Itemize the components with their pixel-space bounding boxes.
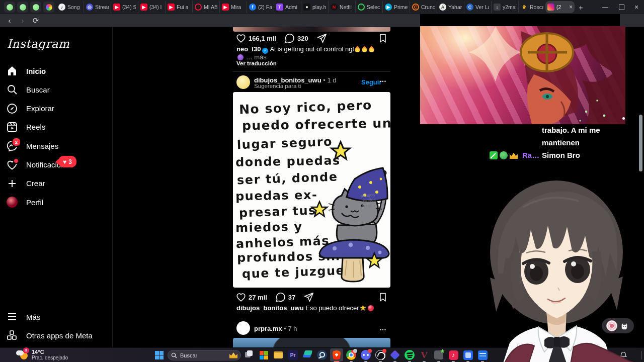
browser-tab[interactable]: ▶Prime [382, 1, 410, 13]
browser-tab[interactable]: ◎Stream [84, 1, 111, 13]
taskbar-icon-obs[interactable] [374, 348, 387, 361]
search-highlight-icon[interactable] [229, 352, 237, 358]
share-icon[interactable] [303, 292, 314, 303]
follow-button[interactable]: Seguir [361, 78, 381, 86]
comment-icon[interactable] [275, 292, 286, 303]
flower-sticker-icon[interactable] [606, 320, 617, 331]
sidebar-item-crear[interactable]: Crear [6, 177, 45, 190]
taskbar-icon-premiere[interactable]: Pr [286, 348, 299, 361]
meta-apps-icon [6, 329, 18, 341]
bookmark-save-icon[interactable] [378, 292, 388, 302]
sidebar-item-reels[interactable]: Reels [6, 121, 45, 134]
like-icon[interactable] [235, 33, 247, 44]
taskbar-weather-widget[interactable]: 3 14°C Prac. despejado [16, 349, 68, 360]
tab-favicon-glyph: ▶ [224, 5, 227, 10]
taskbar-search[interactable]: Buscar [168, 350, 241, 360]
chat-username[interactable]: Ra… [522, 151, 539, 159]
post-username-row[interactable]: prpra.mx • 7 h [254, 325, 297, 332]
pinned-tab[interactable] [30, 2, 41, 13]
sidebar-item-meta[interactable]: Otras apps de Meta [6, 329, 93, 342]
maximize-button[interactable] [613, 0, 630, 14]
browser-tab[interactable]: ▶(34) I [138, 1, 165, 13]
sidebar-item-explorar[interactable]: Explorar [6, 102, 54, 115]
browser-tab[interactable]: AYahar [437, 1, 464, 13]
more-button[interactable]: … más [246, 53, 267, 61]
browser-tab[interactable]: ♪Song [56, 1, 84, 13]
instagram-logo[interactable]: Instagram [7, 37, 69, 50]
taskbar-icon-bluestacks[interactable] [301, 348, 314, 361]
tab-title: Prime [394, 4, 408, 10]
post-menu-button[interactable]: … [379, 324, 387, 332]
minimize-button[interactable]: — [597, 0, 614, 14]
share-icon[interactable] [316, 33, 328, 44]
like-icon[interactable] [235, 292, 247, 303]
sidebar-item-buscar[interactable]: Buscar [6, 83, 50, 96]
taskbar-icon-steam[interactable] [315, 348, 329, 361]
sidebar-item-inicio[interactable]: Inicio [6, 64, 46, 77]
close-tab-icon[interactable]: × [569, 4, 573, 11]
pinned-tab[interactable] [4, 2, 15, 13]
post-username[interactable]: dibujos_bonitos_uwu [236, 304, 304, 312]
browser-tab[interactable]: TAdmi [274, 1, 301, 13]
tab-title: Fui a [177, 4, 188, 10]
browser-tab[interactable]: ●play.h [301, 1, 328, 13]
browser-tab[interactable]: CCrunc [410, 1, 437, 13]
taskbar-icon-diamond[interactable] [388, 348, 401, 361]
pip-resize-handle[interactable] [622, 117, 625, 120]
browser-tab[interactable]: NNetfli [328, 1, 355, 13]
like-count[interactable]: 27 mil [249, 294, 267, 301]
scrollbar-thumb[interactable] [639, 115, 642, 171]
taskbar-icon-discord[interactable] [359, 348, 372, 361]
browser-tab[interactable]: f(2) Fa [247, 1, 274, 13]
taskbar-icon-spotify[interactable] [403, 348, 416, 361]
sidebar-item-mensajes[interactable]: 2Mensajes [6, 139, 58, 152]
comment-count[interactable]: 320 [297, 35, 308, 42]
tab-favicon-glyph: ▶ [387, 5, 390, 10]
pinned-tab[interactable] [17, 2, 28, 13]
post-username[interactable]: neo_l30 [236, 45, 261, 53]
post-image-partial[interactable] [233, 338, 390, 347]
close-window-button[interactable]: × [628, 0, 644, 14]
back-button[interactable]: ‹ [3, 16, 16, 25]
bookmark-save-icon[interactable] [378, 33, 388, 43]
comment-icon[interactable] [284, 33, 295, 44]
taskbar-icon-task-view[interactable] [243, 348, 256, 361]
browser-tab[interactable]: ♛Rosca [518, 1, 545, 13]
post-image-drawing[interactable]: No soy rico, peropuedo ofrecerte unlugar… [233, 92, 390, 288]
start-button[interactable] [155, 351, 164, 359]
browser-tab[interactable]: ▶Fui a [165, 1, 192, 13]
taskbar-icon-chrome[interactable] [345, 348, 358, 361]
forward-button[interactable]: › [16, 16, 29, 25]
pinned-tab[interactable] [43, 2, 54, 13]
see-translation-button[interactable]: Ver traducción [236, 60, 277, 66]
browser-tab[interactable]: (2× [545, 1, 575, 13]
avatar[interactable] [236, 75, 250, 89]
tab-favicon-glyph: ▶ [170, 5, 173, 10]
taskbar-icon-brave[interactable] [330, 348, 343, 361]
taskbar-icon-file-explorer[interactable] [272, 348, 285, 361]
post-image-partial[interactable] [233, 27, 390, 32]
like-count[interactable]: 166,1 mil [249, 35, 276, 42]
taskbar-icon-ms-store[interactable] [257, 348, 270, 361]
taskbar-icon-app-star[interactable] [432, 348, 445, 361]
browser-tab[interactable]: ▶Mira [219, 1, 247, 13]
browser-tab[interactable]: CVer La [464, 1, 491, 13]
browser-tab[interactable]: Selec [355, 1, 382, 13]
notification-count-badge[interactable]: ♥3 [58, 156, 76, 167]
sidebar-item-perfil[interactable]: Perfil [6, 196, 43, 209]
browser-tab[interactable]: ·MI AB [192, 1, 219, 13]
comment-count[interactable]: 37 [288, 294, 295, 301]
sticker-pill[interactable] [602, 318, 634, 333]
reload-button[interactable]: ⟳ [29, 16, 42, 25]
browser-tab[interactable]: ▶(34) S [111, 1, 138, 13]
pip-video[interactable] [420, 26, 625, 124]
new-tab-button[interactable]: + [579, 3, 583, 12]
browser-tab[interactable]: ↓y2mat [491, 1, 518, 13]
tab-favicon: ◎ [86, 4, 93, 11]
cat-sticker-icon[interactable] [619, 321, 629, 331]
avatar[interactable] [236, 321, 250, 335]
taskbar-icon-v-logo[interactable]: V [418, 348, 431, 361]
sidebar-item-more[interactable]: Más [6, 310, 40, 323]
taskbar-icon-tiktok[interactable]: ♪ [447, 348, 460, 361]
post-menu-button[interactable]: … [379, 75, 387, 83]
